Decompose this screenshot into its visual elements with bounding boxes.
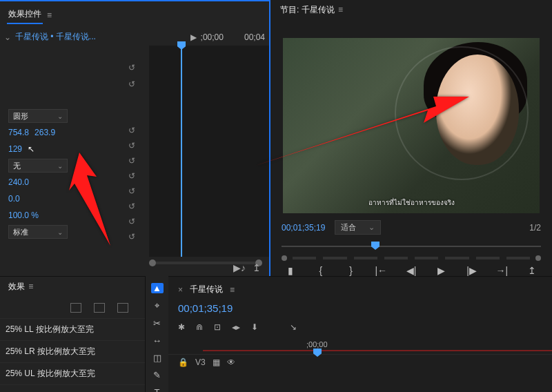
play-audio-icon[interactable]: ▶♪ xyxy=(233,262,246,273)
cursor-icon: ↖ xyxy=(28,144,34,154)
playhead-handle[interactable] xyxy=(371,242,379,250)
param-value-1[interactable]: 240.0 xyxy=(8,177,29,187)
program-monitor-viewport[interactable]: อาหารที่ไม่ใช่อาหารของจริง xyxy=(283,38,540,213)
ruler-time-0: ;00;00 xyxy=(201,32,224,42)
overwrite-icon[interactable]: ⬇ xyxy=(251,322,258,332)
insert-icon[interactable]: ◂▸ xyxy=(232,322,240,332)
filter-icon[interactable] xyxy=(70,303,81,313)
filter-icon[interactable] xyxy=(94,303,105,313)
export-frame-button[interactable]: ↥ xyxy=(523,265,541,276)
close-tab-icon[interactable]: × xyxy=(178,285,183,295)
zoom-handle-left[interactable] xyxy=(282,255,287,261)
effect-preset-item[interactable]: 25% LR 按比例放大至完 xyxy=(0,341,145,363)
effects-panel-tab[interactable]: 效果 xyxy=(7,279,26,294)
fit-dropdown[interactable]: 适合⌄ xyxy=(335,220,381,235)
reset-icon[interactable]: ↺ xyxy=(128,76,135,92)
effect-preset-item[interactable]: 25% LL 按比例放大至完 xyxy=(0,319,145,341)
feather-dropdown[interactable]: 无⌄ xyxy=(8,159,68,173)
go-to-in-button[interactable]: |← xyxy=(372,265,390,276)
type-tool[interactable]: T xyxy=(151,387,164,392)
track-name[interactable]: V3 xyxy=(195,357,206,367)
tools-panel: ▲ ⌖ ✂ ↔ ◫ ✎ T xyxy=(145,276,168,392)
sequence-timecode[interactable]: 00;01;35;19 xyxy=(178,302,233,314)
mark-clip-button[interactable]: } xyxy=(342,265,360,276)
mark-out-button[interactable]: { xyxy=(312,265,330,276)
reset-icon[interactable]: ↺ xyxy=(128,138,135,153)
hand-tool[interactable]: ✎ xyxy=(151,370,164,380)
shape-dropdown[interactable]: 圆形⌄ xyxy=(8,109,68,123)
resolution-page[interactable]: 1/2 xyxy=(529,223,541,233)
reset-icon[interactable]: ↺ xyxy=(128,229,135,244)
chevron-down-icon[interactable]: ⌄ xyxy=(4,32,11,42)
zoom-handle-left[interactable] xyxy=(149,259,156,266)
effect-controls-tab[interactable]: 效果控件 xyxy=(7,6,43,24)
effect-keyframe-timeline[interactable] xyxy=(149,46,269,257)
blend-mode-dropdown[interactable]: 标准⌄ xyxy=(8,225,68,239)
reset-icon[interactable]: ↺ xyxy=(128,214,135,229)
panel-menu-icon[interactable]: ≡ xyxy=(28,282,33,291)
track-target-icon[interactable]: ▦ xyxy=(213,357,220,367)
export-frame-icon[interactable]: ↥ xyxy=(253,262,261,273)
play-icon[interactable]: ▶ xyxy=(190,32,197,42)
circle-mask-overlay[interactable] xyxy=(396,48,527,179)
sequence-tab[interactable]: 千星传说 xyxy=(188,281,224,298)
step-back-button[interactable]: ◀| xyxy=(402,265,420,276)
slip-tool[interactable]: ↔ xyxy=(151,335,164,346)
program-timecode[interactable]: 00;01;35;19 xyxy=(282,223,325,233)
clip-name[interactable]: 千星传说 • 千星传说... xyxy=(15,31,96,43)
track-select-tool[interactable]: ⌖ xyxy=(151,300,164,311)
radius-value[interactable]: 129 xyxy=(8,144,22,154)
reset-icon[interactable]: ↺ xyxy=(128,184,135,199)
timeline-ruler[interactable]: ;00;00 xyxy=(168,340,552,354)
reset-icon[interactable]: ↺ xyxy=(128,199,135,214)
snap-icon[interactable]: ✱ xyxy=(178,322,185,332)
ruler-time-label: ;00;00 xyxy=(306,340,328,349)
timeline-clip-bar xyxy=(203,350,552,351)
zoom-handle-right[interactable] xyxy=(535,255,541,261)
selection-tool[interactable]: ▲ xyxy=(151,283,164,293)
add-marker-icon[interactable]: ⊡ xyxy=(214,322,221,332)
opacity-value[interactable]: 100.0 % xyxy=(8,210,39,220)
panel-menu-icon[interactable]: ≡ xyxy=(338,5,343,14)
program-scrubber[interactable] xyxy=(282,240,541,253)
position-y-value[interactable]: 263.9 xyxy=(34,128,55,137)
linked-selection-icon[interactable]: ⋒ xyxy=(196,322,203,332)
reset-icon[interactable]: ↺ xyxy=(128,123,135,138)
go-to-out-button[interactable]: →| xyxy=(493,265,511,276)
track-lock-icon[interactable]: 🔒 xyxy=(178,357,188,367)
reset-icon[interactable]: ↺ xyxy=(128,153,135,168)
playhead[interactable] xyxy=(181,46,182,257)
subtitle-text: อาหารที่ไม่ใช่อาหารของจริง xyxy=(283,197,540,208)
play-button[interactable]: ▶ xyxy=(433,265,451,276)
param-value-2[interactable]: 0.0 xyxy=(8,194,20,204)
effect-preset-item[interactable]: 25% UL 按比例放大至完 xyxy=(0,363,145,385)
track-visibility-icon[interactable]: 👁 xyxy=(227,357,235,367)
panel-menu-icon[interactable]: ≡ xyxy=(47,10,52,20)
filter-icon[interactable] xyxy=(117,303,128,313)
position-x-value[interactable]: 754.8 xyxy=(8,128,29,137)
panel-menu-icon[interactable]: ≡ xyxy=(230,285,235,295)
program-panel-tab[interactable]: 节目: 千星传说 xyxy=(279,2,336,17)
ripple-edit-tool[interactable]: ✂ xyxy=(151,318,164,329)
pen-tool[interactable]: ◫ xyxy=(151,353,164,363)
settings-icon[interactable]: ↘ xyxy=(290,322,297,332)
ruler-time-1: 00;04 xyxy=(244,32,265,42)
reset-icon[interactable]: ↺ xyxy=(128,168,135,184)
mark-in-button[interactable]: ▮ xyxy=(282,265,299,276)
step-forward-button[interactable]: |▶ xyxy=(463,265,481,276)
reset-icon[interactable]: ↺ xyxy=(128,59,135,76)
